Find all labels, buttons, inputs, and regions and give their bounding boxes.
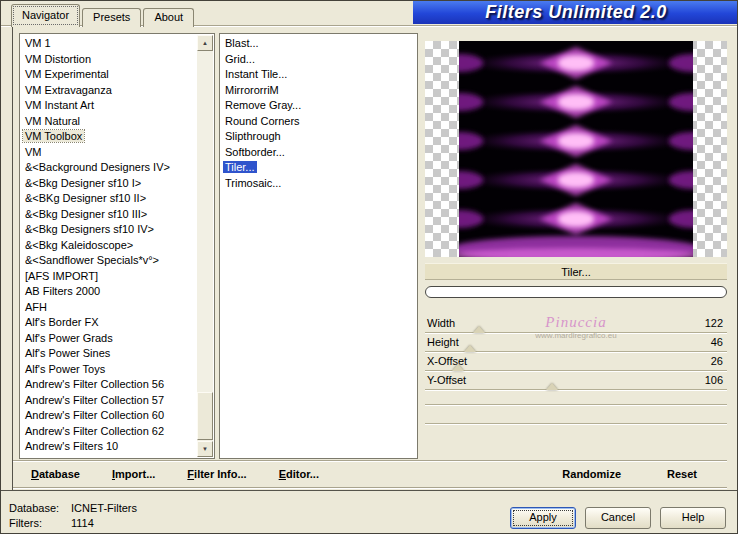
preview-image[interactable]	[459, 41, 693, 257]
app-title: Filters Unlimited 2.0	[485, 2, 667, 23]
category-item-label: AFH	[23, 301, 49, 313]
param-label: Y-Offset	[427, 374, 466, 386]
filter-item[interactable]: Remove Gray...	[221, 98, 416, 114]
category-item-label: Andrew's Filter Collection 57	[23, 394, 166, 406]
parameter-sliders: Width 122 Height 46 X-Offset 26 Y-Offset…	[425, 314, 727, 390]
category-item-label: [AFS IMPORT]	[23, 270, 100, 282]
tab-label: Navigator	[22, 9, 69, 21]
dialog-button[interactable]: Help	[660, 507, 726, 529]
filter-item[interactable]: Round Corners	[221, 114, 416, 130]
preview-caption-label: Tiler...	[561, 266, 591, 278]
param-value: 122	[705, 317, 723, 329]
category-item[interactable]: Andrew's Filters 10	[21, 439, 197, 455]
category-item[interactable]: Alf's Power Toys	[21, 362, 197, 378]
slider-thumb[interactable]	[464, 345, 476, 352]
category-list: VM 1 VM Distortion VM Experimental VM Ex…	[19, 33, 215, 459]
action-label: Randomize	[562, 468, 621, 480]
dialog-button-label: Help	[682, 511, 705, 523]
action-button[interactable]: Reset	[667, 468, 697, 480]
category-item[interactable]: [AFS IMPORT]	[21, 269, 197, 285]
scroll-up-icon[interactable]: ▲	[197, 35, 213, 51]
category-item[interactable]: VM Toolbox	[21, 129, 197, 145]
slider-thumb[interactable]	[473, 326, 485, 333]
command-button[interactable]: Import...	[112, 468, 155, 480]
param-value: 26	[711, 355, 723, 367]
category-item[interactable]: AFH	[21, 300, 197, 316]
category-item-label: Alf's Border FX	[23, 316, 101, 328]
category-item[interactable]: VM	[21, 145, 197, 161]
command-button[interactable]: Filter Info...	[187, 468, 246, 480]
filter-item[interactable]: Slipthrough	[221, 129, 416, 145]
category-item[interactable]: Andrew's Filter Collection 60	[21, 408, 197, 424]
dialog-buttons: Apply Cancel Help	[510, 507, 726, 529]
category-item-label: Andrew's Filter Collection 62	[23, 425, 166, 437]
filter-item-label: Round Corners	[223, 115, 302, 127]
category-item[interactable]: &<Bkg Designers sf10 IV>	[21, 222, 197, 238]
tab[interactable]: About	[143, 8, 194, 27]
category-item[interactable]: Andrew's Filter Collection 62	[21, 424, 197, 440]
category-item-label: VM Toolbox	[23, 130, 84, 142]
category-item[interactable]: Alf's Power Sines	[21, 346, 197, 362]
tab[interactable]: Presets	[82, 8, 141, 27]
dialog-button[interactable]: Apply	[510, 507, 576, 529]
category-item[interactable]: Andrew's Filter Collection 56	[21, 377, 197, 393]
category-item[interactable]: Alf's Border FX	[21, 315, 197, 331]
category-item[interactable]: &<Background Designers IV>	[21, 160, 197, 176]
category-item[interactable]: VM Instant Art	[21, 98, 197, 114]
category-scrollbar[interactable]: ▲ ▼	[197, 35, 213, 457]
param-slider-row: X-Offset 26	[425, 352, 727, 371]
category-item[interactable]: &<Bkg Designer sf10 I>	[21, 176, 197, 192]
filter-item[interactable]: MirrororriM	[221, 83, 416, 99]
filter-item[interactable]: Blast...	[221, 36, 416, 52]
tab[interactable]: Navigator	[11, 4, 80, 27]
category-item[interactable]: Andrew's Filter Collection 57	[21, 393, 197, 409]
filter-item[interactable]: Trimosaic...	[221, 176, 416, 192]
filter-item-label: Softborder...	[223, 146, 287, 158]
category-item-label: &<Bkg Kaleidoscope>	[23, 239, 135, 251]
frame-left-edge	[12, 25, 13, 491]
filter-item[interactable]: Tiler...	[221, 160, 416, 176]
category-item[interactable]: AB Filters 2000	[21, 284, 197, 300]
scrollbar-thumb[interactable]	[197, 392, 213, 440]
scroll-down-icon[interactable]: ▼	[197, 441, 213, 457]
command-button[interactable]: Database	[31, 468, 80, 480]
category-item-label: VM	[23, 146, 44, 158]
tab-bar: Navigator Presets About	[11, 4, 194, 27]
category-item[interactable]: VM Experimental	[21, 67, 197, 83]
command-button[interactable]: Editor...	[279, 468, 319, 480]
category-item[interactable]: &<BKg Designer sf10 II>	[21, 191, 197, 207]
category-item[interactable]: &<Bkg Kaleidoscope>	[21, 238, 197, 254]
category-item[interactable]: Alf's Power Grads	[21, 331, 197, 347]
category-item-label: Andrew's Filters 10	[23, 440, 120, 452]
status-filters-label: Filters:	[9, 517, 67, 529]
slider-thumb[interactable]	[546, 383, 558, 390]
category-item[interactable]: VM Extravaganza	[21, 83, 197, 99]
command-label: Editor...	[279, 468, 319, 480]
filter-item[interactable]: Grid...	[221, 52, 416, 68]
tab-label: About	[154, 11, 183, 23]
category-item[interactable]: VM 1	[21, 36, 197, 52]
filter-item[interactable]: Softborder...	[221, 145, 416, 161]
category-item-label: &<Bkg Designer sf10 III>	[23, 208, 149, 220]
status-database-value: ICNET-Filters	[71, 502, 137, 514]
empty-slider-row	[425, 386, 727, 405]
command-row-bottom-line	[13, 487, 727, 488]
category-item[interactable]: &<Sandflower Specials*v°>	[21, 253, 197, 269]
action-button[interactable]: Randomize	[562, 468, 621, 480]
slider-thumb[interactable]	[452, 364, 464, 371]
category-item-label: Alf's Power Toys	[23, 363, 107, 375]
action-label: Reset	[667, 468, 697, 480]
category-item[interactable]: &<Bkg Designer sf10 III>	[21, 207, 197, 223]
filter-item[interactable]: Instant Tile...	[221, 67, 416, 83]
tab-label: Presets	[93, 11, 130, 23]
dialog-button[interactable]: Cancel	[585, 507, 651, 529]
category-item-label: Andrew's Filter Collection 56	[23, 378, 166, 390]
filter-item-label: MirrororriM	[223, 84, 281, 96]
category-item[interactable]: VM Distortion	[21, 52, 197, 68]
preview-caption: Tiler...	[425, 263, 727, 280]
dialog-button-label: Apply	[529, 511, 557, 523]
status-database-label: Database:	[9, 502, 67, 514]
param-label: Width	[427, 317, 455, 329]
status-filters-value: 1114	[71, 517, 137, 529]
category-item[interactable]: VM Natural	[21, 114, 197, 130]
